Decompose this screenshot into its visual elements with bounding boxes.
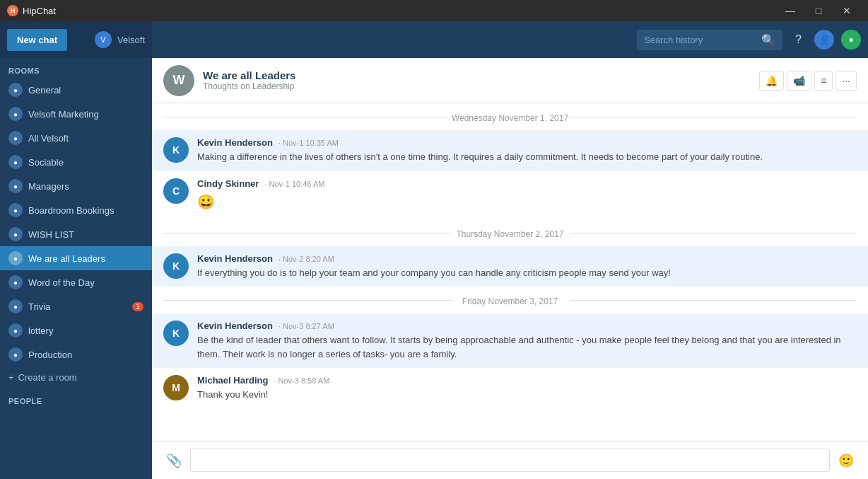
status-icon: ● [841,30,861,50]
sidebar-item-room-9[interactable]: ●Trivia1 [0,294,152,318]
message-emoji: 😀 [197,191,857,212]
people-section-label: PEOPLE [0,388,152,408]
message-row: MMichael Harding· Nov-3 8:58 AMThank you… [152,368,868,409]
message-text: If everything you do is to help your tea… [197,266,857,280]
message-time: · Nov-3 8:58 AM [274,376,329,385]
close-button[interactable]: ✕ [833,0,861,21]
room-icon-10: ● [8,323,23,337]
sidebar-item-room-2[interactable]: ●All Velsoft [0,126,152,150]
room-label-7: We are all Leaders [28,253,105,264]
message-avatar: M [163,375,189,400]
message-text: Thank you Kevin! [197,388,857,402]
sidebar-item-room-4[interactable]: ●Managers [0,174,152,198]
message-header: Kevin Henderson· Nov-2 8:20 AM [197,253,857,264]
message-avatar: K [163,321,189,346]
message-text: Be the kind of leader that others want t… [197,333,857,361]
attach-button[interactable]: 📎 [163,450,184,471]
sidebar-header: New chat V Velsoft [0,21,152,58]
room-badge-9: 1 [132,302,143,311]
search-box[interactable]: 🔍 [637,30,782,50]
search-input[interactable] [644,35,757,45]
message-content: Michael Harding· Nov-3 8:58 AMThank you … [197,375,857,402]
room-label-0: General [28,85,61,96]
date-divider-0: Wednesday November 1, 2017 [152,103,868,130]
emoji-button[interactable]: 🙂 [835,450,857,471]
room-label-8: Word of the Day [28,277,95,288]
chat-header-actions: 🔔 📹 ≡ ··· [759,71,857,91]
user-name: Velsoft [117,35,145,45]
room-icon-0: ● [8,83,23,97]
room-desc: Thoughts on Leadership [203,81,751,91]
message-input[interactable] [190,449,830,472]
video-button[interactable]: 📹 [787,71,811,91]
bell-button[interactable]: 🔔 [759,71,784,91]
chat-header: W We are all Leaders Thoughts on Leaders… [152,58,868,103]
message-header: Michael Harding· Nov-3 8:58 AM [197,375,857,386]
message-content: Cindy Skinner· Nov-1 10:46 AM😀 [197,178,857,212]
sidebar-item-room-1[interactable]: ●Velsoft Marketing [0,102,152,126]
room-icon-5: ● [8,203,23,217]
app-icon: H [7,5,18,16]
sidebar-item-room-11[interactable]: ●Production [0,342,152,367]
sidebar-item-room-0[interactable]: ●General [0,78,152,102]
message-avatar: K [163,253,189,279]
sidebar-item-room-10[interactable]: ●lottery [0,318,152,342]
room-label-1: Velsoft Marketing [28,109,99,120]
room-icon-3: ● [8,155,23,169]
user-avatar: V [95,31,112,48]
room-label-10: lottery [28,325,53,336]
sidebar-item-room-8[interactable]: ●Word of the Day [0,270,152,294]
sidebar-item-room-7[interactable]: ●We are all Leaders [0,246,152,270]
list-button[interactable]: ≡ [814,71,833,91]
chat-area: W We are all Leaders Thoughts on Leaders… [152,58,868,479]
sidebar: New chat V Velsoft ROOMS ●General●Velsof… [0,21,152,479]
message-content: Kevin Henderson· Nov-2 8:20 AMIf everyth… [197,253,857,280]
room-icon-4: ● [8,179,23,193]
room-label-4: Managers [28,181,69,192]
room-icon-1: ● [8,107,23,121]
room-label-11: Production [28,350,72,360]
message-time: · Nov-1 10:46 AM [264,180,324,188]
sidebar-user: V Velsoft [95,31,145,48]
room-label-3: Sociable [28,157,64,168]
create-room-label: Create a room [18,372,77,383]
room-icon-7: ● [8,251,23,265]
message-content: Kevin Henderson· Nov-1 10:35 AMMaking a … [197,137,857,164]
message-author: Cindy Skinner [197,178,259,189]
app-logo: H HipChat [7,5,56,16]
right-panel: 🔍 ? 👤 ● W We are all Leaders Thoughts on… [152,21,868,479]
message-content: Kevin Henderson· Nov-3 8:27 AMBe the kin… [197,321,857,361]
message-header: Kevin Henderson· Nov-1 10:35 AM [197,137,857,148]
room-label-5: Boardroom Bookings [28,205,114,216]
sidebar-item-room-5[interactable]: ●Boardroom Bookings [0,198,152,222]
room-label-6: WISH LIST [28,229,74,240]
sidebar-item-room-3[interactable]: ●Sociable [0,150,152,174]
message-header: Kevin Henderson· Nov-3 8:27 AM [197,321,857,331]
message-author: Michael Harding [197,375,268,386]
message-author: Kevin Henderson [197,321,273,331]
titlebar: H HipChat — □ ✕ [0,0,868,21]
create-room-button[interactable]: + Create a room [0,367,152,388]
app-title: HipChat [23,6,56,16]
message-row: CCindy Skinner· Nov-1 10:46 AM😀 [152,171,868,219]
plus-icon: + [8,372,14,383]
room-icon-8: ● [8,275,23,289]
sidebar-item-room-6[interactable]: ●WISH LIST [0,222,152,246]
input-area: 📎 🙂 [152,441,868,479]
message-avatar: C [163,178,189,204]
maximize-button[interactable]: □ [804,0,833,21]
message-time: · Nov-3 8:27 AM [278,322,334,330]
room-icon-2: ● [8,131,23,145]
more-button[interactable]: ··· [835,71,857,91]
date-divider-2: Friday November 3, 2017 [152,287,868,313]
new-chat-button[interactable]: New chat [7,29,67,51]
minimize-button[interactable]: — [776,0,804,21]
main-layout: New chat V Velsoft ROOMS ●General●Velsof… [0,21,868,479]
sidebar-scroll[interactable]: ROOMS ●General●Velsoft Marketing●All Vel… [0,58,152,479]
window-controls: — □ ✕ [776,0,861,21]
messages-area[interactable]: Wednesday November 1, 2017KKevin Henders… [152,103,868,441]
message-row: KKevin Henderson· Nov-3 8:27 AMBe the ki… [152,313,868,368]
help-button[interactable]: ? [790,30,807,49]
room-icon-11: ● [8,347,23,362]
message-text: Making a difference in the lives of othe… [197,150,857,164]
